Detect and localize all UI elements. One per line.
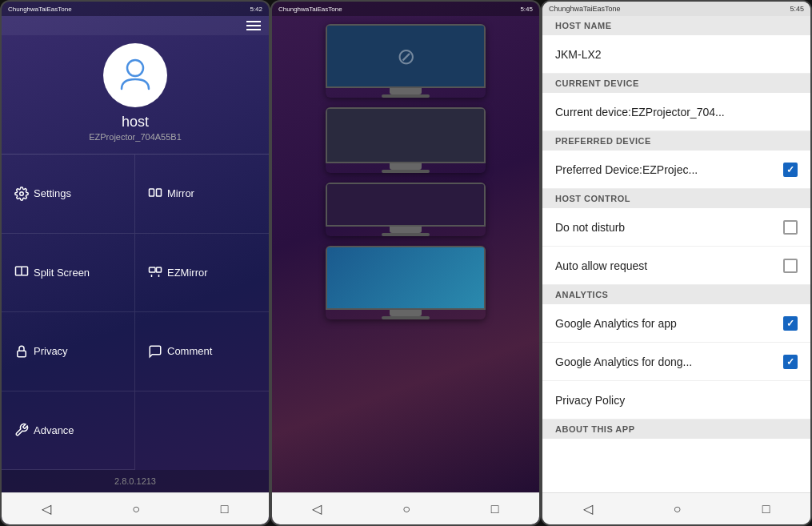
home-button-3[interactable]: ○ [667,500,688,518]
preferred-device-checkbox[interactable] [783,163,798,177]
time-2: 5:45 [520,6,533,13]
section-header-hostname: HOST NAME [542,16,810,35]
svg-rect-2 [150,189,154,196]
settings-item-preferred-device[interactable]: Preferred Device:EZProjec... [542,151,810,189]
preferred-device-value: Preferred Device:EZProjec... [555,163,783,176]
settings-item-google-analytics-dong[interactable]: Google Analytics for dong... [542,343,810,381]
settings-item-hostname: JKM-LX2 [542,35,810,74]
screen-stand-3 [390,227,422,233]
settings-item-do-not-disturb[interactable]: Do not disturb [542,208,810,247]
mirror-icon [148,187,162,201]
mirror-label: Mirror [167,187,194,199]
section-header-about: ABOUT THIS APP [542,420,810,439]
section-header-host-control: HOST CONTROL [542,189,810,208]
back-button-3[interactable]: ◁ [577,500,599,518]
home-button-2[interactable]: ○ [396,500,417,518]
host-name: host [122,114,149,130]
carrier-3: ChunghwaTaiEasTone [549,5,621,13]
advance-label: Advance [34,424,74,436]
screen-base-4 [382,316,430,319]
back-button-1[interactable]: ◁ [35,500,58,518]
privacy-label: Privacy [34,345,68,357]
auto-allow-label: Auto allow request [555,259,783,272]
menu-item-settings[interactable]: Settings [2,155,135,234]
settings-item-google-analytics-app[interactable]: Google Analytics for app [542,304,810,343]
phone-2: ChunghwaTaiEasTone 5:45 ⊘ [270,0,541,526]
back-button-2[interactable]: ◁ [306,500,328,518]
svg-rect-3 [157,189,162,196]
menu-item-ezmirror[interactable]: EZMirror [135,234,269,313]
menu-item-comment[interactable]: Comment [135,312,269,391]
ezmirror-label: EZMirror [167,267,208,279]
screen-preview-1[interactable]: ⊘ [326,24,486,98]
screen-base-3 [382,233,430,236]
settings-item-auto-allow[interactable]: Auto allow request [542,247,810,285]
screen-base-2 [382,170,430,173]
gear-icon [14,187,29,201]
comment-label: Comment [167,345,212,357]
bottom-nav-2: ◁ ○ □ [272,492,539,524]
settings-item-current-device: Current device:EZProjector_704... [542,93,810,131]
version-text: 2.8.0.1213 [2,470,269,492]
recents-button-2[interactable]: □ [485,500,506,518]
menu-item-advance[interactable]: Advance [2,391,135,471]
carrier-2: ChunghwaTaiEasTone [278,6,342,13]
screen-stand-2 [390,163,422,170]
svg-rect-10 [18,351,26,357]
privacy-policy-label: Privacy Policy [555,394,798,407]
host-id: EZProjector_704A55B1 [89,132,182,142]
screen-preview-3[interactable] [326,183,486,236]
top-bar-1 [2,16,269,35]
screen-monitor-4 [326,246,486,310]
menu-item-mirror[interactable]: Mirror [135,155,269,234]
hamburger-menu[interactable] [246,21,261,30]
section-header-current-device: CURRENT DEVICE [542,74,810,93]
current-device-value: Current device:EZProjector_704... [555,106,798,118]
google-analytics-app-label: Google Analytics for app [555,317,783,330]
avatar-section: host EZProjector_704A55B1 [2,35,269,154]
split-screen-icon [14,265,29,279]
menu-item-split-screen[interactable]: Split Screen [2,234,135,313]
google-analytics-app-checkbox[interactable] [783,316,798,331]
menu-item-privacy[interactable]: Privacy [2,312,135,391]
user-icon [115,54,155,97]
wrench-icon [14,423,29,437]
screen-stand-4 [390,310,422,316]
auto-allow-checkbox[interactable] [783,259,798,273]
settings-item-privacy-policy[interactable]: Privacy Policy [542,381,810,420]
screen-stand-1 [390,88,422,94]
home-button-1[interactable]: ○ [126,500,146,518]
menu-grid: Settings Mirror Split Screen [2,154,269,470]
no-entry-icon: ⊘ [397,43,415,70]
screen-monitor-2 [326,107,486,163]
phone-3: ChunghwaTaiEasTone 5:45 HOST NAME JKM-LX… [541,0,812,526]
do-not-disturb-label: Do not disturb [555,221,783,234]
avatar [103,43,167,107]
screen-preview-4[interactable] [326,246,486,319]
time-1: 5:42 [250,6,262,13]
section-header-preferred-device: PREFERRED DEVICE [542,131,810,151]
bottom-nav-3: ◁ ○ □ [542,492,810,524]
screen-monitor-3 [326,183,486,227]
screen-base-1 [382,94,430,98]
hostname-value: JKM-LX2 [555,48,798,61]
settings-list: HOST NAME JKM-LX2 CURRENT DEVICE Current… [542,16,810,492]
recents-button-3[interactable]: □ [756,500,777,518]
screen-monitor-1: ⊘ [326,24,486,88]
svg-rect-6 [150,267,156,272]
time-3: 5:45 [790,5,804,13]
status-bar-3: ChunghwaTaiEasTone 5:45 [542,2,810,16]
section-header-analytics: ANALYTICS [542,285,810,304]
svg-point-0 [127,60,143,76]
comment-icon [148,344,162,359]
recents-button-1[interactable]: □ [214,500,235,518]
ezmirror-icon [148,265,162,279]
svg-rect-7 [157,267,162,272]
carrier-1: ChunghwaTaiEasTone [8,6,72,13]
settings-label: Settings [34,187,71,199]
screen-preview-2[interactable] [326,107,486,173]
google-analytics-dong-checkbox[interactable] [783,355,798,369]
do-not-disturb-checkbox[interactable] [783,220,798,235]
status-bar-1: ChunghwaTaiEasTone 5:42 [2,2,269,16]
google-analytics-dong-label: Google Analytics for dong... [555,355,783,368]
